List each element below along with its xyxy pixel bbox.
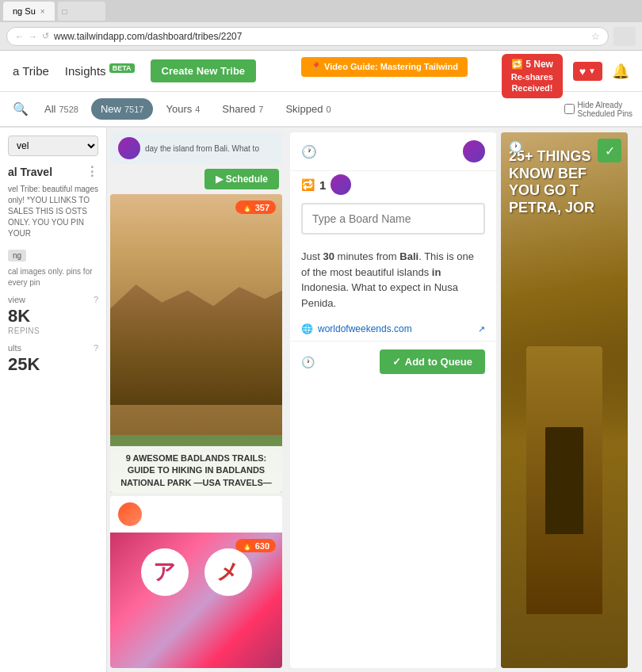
small-avatar: [331, 174, 351, 195]
filter-tab-shared[interactable]: Shared 7: [212, 98, 273, 120]
right-card: 25+ THINGS KNOW BEF YOU GO T PETRA, JOR …: [501, 132, 628, 668]
create-tribe-button[interactable]: Create New Tribe: [151, 59, 257, 82]
blank-tab: □: [58, 2, 105, 21]
external-link-icon: ↗: [478, 324, 485, 334]
hide-checkbox[interactable]: [564, 104, 575, 114]
prev-avatar: [118, 137, 140, 159]
review-label: view: [8, 295, 25, 304]
repin-icon: 🔁: [301, 178, 315, 191]
globe-icon: 🌐: [301, 323, 313, 334]
active-tab[interactable]: ng Su ×: [3, 2, 55, 21]
card-avatar: [463, 140, 485, 162]
card-link[interactable]: 🌐 worldofweekends.com ↗: [290, 317, 496, 341]
tab-close-icon[interactable]: ×: [40, 7, 45, 16]
sidebar-tag: ng: [8, 250, 26, 262]
japan-signs: ア メ: [141, 548, 252, 596]
bottom-left-pin: 🔥 630 ア メ 190¥: [110, 496, 282, 668]
search-button[interactable]: 🔍: [10, 98, 32, 120]
content-area: day the island from Bali. What to ▶ Sche…: [107, 128, 642, 672]
app-header: a Tribe Insights BETA Create New Tribe 📍…: [0, 51, 642, 92]
right-card-clock: 🕐: [509, 140, 522, 153]
bell-icon[interactable]: 🔔: [612, 63, 629, 80]
bookmark-icon[interactable]: ☆: [591, 31, 600, 42]
middle-card: 🕐 🔁 1 Just 30 minutes from Bali. This is…: [290, 132, 496, 668]
tab-title: ng Su: [13, 6, 36, 16]
pin-text-overlay: 9 AWESOME BADLANDS TRAILS: GUIDE TO HIKI…: [110, 446, 282, 493]
card-footer: 🕐 ✓ Add to Queue: [290, 341, 496, 382]
japan-image: 🔥 630 ア メ 190¥: [110, 533, 282, 668]
repins-stat: 8K REPINS: [8, 306, 98, 335]
left-pin-card: 🔥 357 9 AWESOME BADLANDS TRAILS: GUIDE T…: [110, 194, 282, 493]
heart-button[interactable]: ♥ ▼: [573, 62, 602, 81]
board-name-input[interactable]: [301, 203, 485, 235]
filter-tab-new[interactable]: New 7517: [91, 98, 154, 120]
left-column: day the island from Bali. What to ▶ Sche…: [107, 128, 285, 672]
total-stat: 25K: [8, 354, 98, 375]
hide-already-section: Hide Already Scheduled Pins: [564, 101, 633, 118]
card-header: 🕐: [290, 132, 496, 171]
filter-tab-all[interactable]: All 7528: [35, 98, 88, 120]
filter-tab-yours[interactable]: Yours 4: [156, 98, 209, 120]
tab-bar: ng Su × □: [0, 0, 642, 22]
url-bar[interactable]: ← → ↺ www.tailwindapp.com/dashboard/trib…: [6, 27, 609, 46]
question-mark-2[interactable]: ?: [94, 343, 98, 353]
footer-clock-icon: 🕐: [301, 356, 315, 368]
video-guide-button[interactable]: 📍 Video Guide: Mastering Tailwind: [301, 57, 468, 77]
tribe-link[interactable]: a Tribe: [13, 64, 49, 78]
main-content: vel al Travel ⋮ vel Tribe: beautiful mag…: [0, 128, 642, 672]
filter-tab-skipped[interactable]: Skipped 0: [276, 98, 340, 120]
repin-row: 🔁 1: [290, 171, 496, 195]
beta-badge: BETA: [109, 63, 135, 73]
clock-container: 🕐: [301, 144, 317, 159]
prev-pin-bar: day the island from Bali. What to: [110, 132, 282, 164]
reshares-badge[interactable]: 🔁 5 New Re-shares Received!: [502, 54, 563, 98]
schedule-row: ▶ Schedule: [110, 167, 282, 191]
sidebar-small-text: cal images only. pins for every pin: [8, 266, 98, 288]
repin-count: 1: [319, 178, 326, 192]
url-text: www.tailwindapp.com/dashboard/tribes/220…: [54, 31, 587, 42]
add-to-queue-button[interactable]: ✓ Add to Queue: [380, 349, 485, 374]
bottom-avatar: [118, 502, 142, 526]
bottom-pin-header: [110, 496, 282, 533]
menu-btn[interactable]: [613, 27, 636, 46]
results-label: ults: [8, 343, 21, 353]
question-mark-1[interactable]: ?: [94, 295, 98, 304]
pin-count-badge: 🔥 357: [235, 200, 276, 214]
right-card-check-button[interactable]: ✓: [598, 139, 621, 162]
card-description: Just 30 minutes from Bali. This is one o…: [290, 242, 496, 317]
results-row: ults ?: [8, 343, 98, 353]
badlands-image-container: 🔥 357 9 AWESOME BADLANDS TRAILS: GUIDE T…: [110, 194, 282, 493]
link-text: worldofweekends.com: [318, 323, 412, 334]
browser-chrome: ng Su × □ ← → ↺ www.tailwindapp.com/dash…: [0, 0, 642, 51]
tribe-select[interactable]: vel: [8, 136, 98, 156]
add-queue-label: Add to Queue: [405, 356, 472, 368]
three-dots-icon[interactable]: ⋮: [86, 164, 98, 179]
review-row: view ?: [8, 295, 98, 304]
insights-link[interactable]: Insights BETA: [65, 64, 135, 78]
add-queue-checkmark: ✓: [392, 356, 401, 368]
sidebar-description: vel Tribe: beautiful mages only! *YOU LL…: [8, 184, 98, 239]
url-bar-container: ← → ↺ www.tailwindapp.com/dashboard/trib…: [0, 22, 642, 51]
sidebar-tribe-title: al Travel ⋮: [8, 164, 98, 179]
header-icons: ♥ ▼ 🔔: [573, 62, 629, 81]
schedule-button[interactable]: ▶ Schedule: [204, 169, 279, 189]
sidebar: vel al Travel ⋮ vel Tribe: beautiful mag…: [0, 128, 107, 672]
